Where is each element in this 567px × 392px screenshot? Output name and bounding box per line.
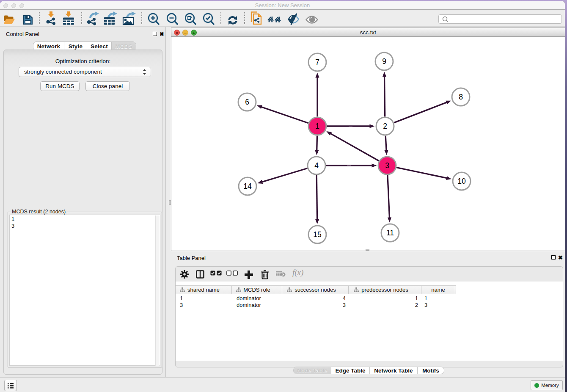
svg-text:9: 9	[382, 57, 386, 66]
svg-text:14: 14	[243, 182, 252, 190]
svg-text:3: 3	[385, 161, 389, 170]
svg-text:8: 8	[459, 93, 463, 101]
svg-text:10: 10	[457, 177, 466, 185]
svg-text:2: 2	[383, 122, 387, 130]
svg-text:4: 4	[314, 161, 319, 170]
svg-text:6: 6	[245, 98, 249, 106]
svg-text:1: 1	[315, 122, 319, 130]
svg-text:11: 11	[386, 229, 394, 237]
svg-text:15: 15	[313, 230, 321, 239]
svg-text:7: 7	[315, 58, 319, 66]
